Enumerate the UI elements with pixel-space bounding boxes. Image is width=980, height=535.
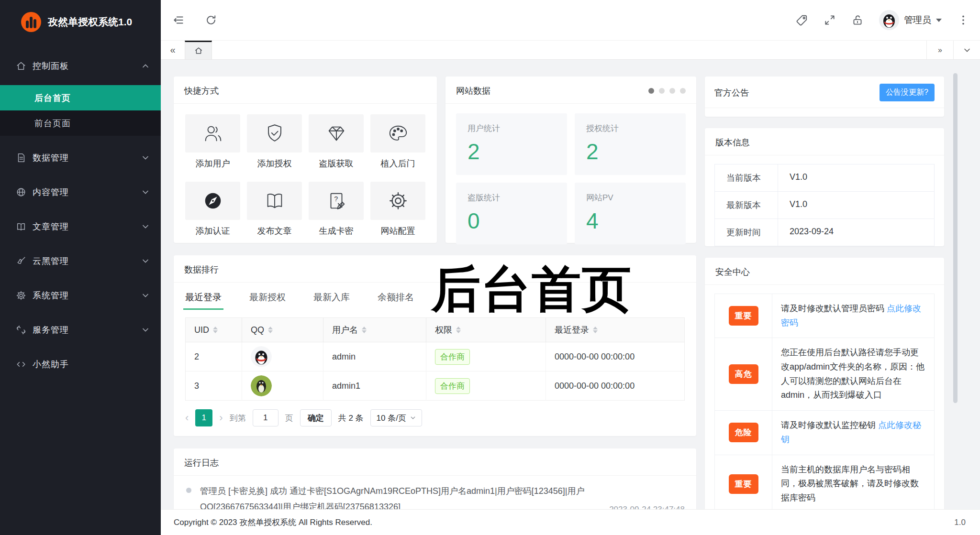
- column-header-qq[interactable]: QQ: [242, 318, 323, 342]
- role-badge: 合作商: [435, 349, 470, 365]
- shortcut-add-license[interactable]: 添加授权: [247, 114, 302, 169]
- announcement-title: 官方公告: [714, 87, 749, 98]
- prev-page-icon[interactable]: ‹: [185, 413, 189, 423]
- role-badge: 合作商: [435, 378, 470, 394]
- goto-suffix-label: 页: [285, 413, 293, 424]
- confirm-button[interactable]: 确定: [300, 409, 332, 426]
- chevron-up-icon: [142, 62, 149, 70]
- sidebar-item-label: 服务管理: [33, 324, 142, 336]
- brush-icon: [16, 256, 26, 266]
- sidebar-item-system-management[interactable]: 系统管理: [0, 283, 161, 308]
- user-menu[interactable]: 管理员: [879, 10, 942, 30]
- app-logo-icon: [21, 12, 41, 32]
- carousel-dot[interactable]: [648, 88, 654, 94]
- vertical-scrollbar[interactable]: [953, 73, 958, 403]
- refresh-icon[interactable]: [205, 14, 217, 26]
- username-label: 管理员: [904, 14, 931, 26]
- fullscreen-icon[interactable]: [824, 14, 836, 26]
- sidebar-subitem-backend-home[interactable]: 后台首页: [0, 85, 161, 110]
- shortcut-piracy-fetch[interactable]: 盗版获取: [309, 114, 364, 169]
- next-page-icon[interactable]: ›: [219, 413, 223, 423]
- copyright-text: Copyright © 2023 孜然单授权系统 All Rights Rese…: [174, 517, 372, 528]
- add-auth-icon: [202, 190, 224, 212]
- sidebar-item-control-panel[interactable]: 控制面板: [0, 54, 161, 78]
- tab-recent-login[interactable]: 最近登录: [185, 291, 222, 310]
- shortcut-add-auth[interactable]: 添加认证: [185, 182, 240, 237]
- collapse-sidebar-icon[interactable]: [172, 14, 185, 26]
- carousel-dot[interactable]: [680, 88, 686, 94]
- page-watermark-title: 后台首页: [431, 257, 632, 323]
- tab-balance-rank[interactable]: 余额排名: [378, 291, 414, 310]
- sidebar-item-label: 系统管理: [33, 290, 142, 301]
- tabs-scroll-left-icon[interactable]: «: [161, 41, 185, 59]
- shortcuts-title: 快捷方式: [184, 85, 219, 97]
- stat-pv: 网站PV 4: [575, 183, 686, 244]
- security-row: 高危 您正在使用后台默认路径请您手动更改app/admin文件夹的名称，原因：他…: [715, 338, 934, 411]
- page-size-select[interactable]: 10 条/页: [370, 409, 422, 426]
- carousel-dot[interactable]: [659, 88, 665, 94]
- column-header-uid[interactable]: UID: [186, 318, 242, 342]
- shortcut-backdoor[interactable]: 植入后门: [370, 114, 425, 169]
- tux-penguin-avatar: [251, 375, 272, 396]
- sidebar-item-service-management[interactable]: 服务管理: [0, 317, 161, 342]
- stat-value: 2: [468, 139, 556, 164]
- sidebar-subitem-frontend-page[interactable]: 前台页面: [0, 110, 161, 136]
- announcement-card: 官方公告 公告没更新?: [705, 76, 944, 117]
- carousel-dot[interactable]: [669, 88, 675, 94]
- tab-home[interactable]: [185, 41, 212, 59]
- sidebar-item-data-management[interactable]: 数据管理: [0, 145, 161, 170]
- chevron-down-icon: [142, 223, 149, 230]
- sidebar: 孜然单授权系统1.0 控制面板 后台首页 前台页面 数据管理: [0, 0, 161, 535]
- tabs-menu-icon[interactable]: [953, 41, 980, 59]
- tab-latest-license[interactable]: 最新授权: [249, 291, 286, 310]
- book-icon: [16, 221, 26, 232]
- version-table: 当前版本 V1.0 最新版本 V1.0 更新时间 2023-09-24: [714, 164, 935, 246]
- log-entry: 管理员 [卡密兑换] 成功 通过卡密[S1OGAgrNAm19RCEoPTHS]…: [174, 476, 696, 509]
- svg-text:?: ?: [334, 195, 338, 203]
- site-config-icon: [387, 190, 409, 212]
- stat-piracy: 盗版统计 0: [456, 183, 567, 244]
- announcement-refresh-button[interactable]: 公告没更新?: [880, 84, 935, 101]
- severity-badge: 重要: [729, 474, 758, 494]
- stat-users: 用户统计 2: [456, 113, 567, 175]
- version-info-card: 版本信息 当前版本 V1.0 最新版本 V1.0 更新时间: [705, 128, 944, 246]
- sidebar-item-blacklist-management[interactable]: 云黑管理: [0, 249, 161, 273]
- shortcut-publish-article[interactable]: 发布文章: [247, 182, 302, 237]
- shortcut-site-config[interactable]: 网站配置: [370, 182, 425, 237]
- shortcuts-card: 快捷方式 添加用户 添加授权: [174, 76, 437, 243]
- chevron-down-icon: [142, 188, 149, 196]
- sort-icon: [268, 327, 273, 333]
- severity-badge: 重要: [729, 306, 758, 326]
- tabs-scroll-right-icon[interactable]: »: [926, 41, 953, 59]
- unlink-icon: [16, 325, 26, 335]
- chevron-down-icon: [410, 415, 416, 421]
- log-text: 管理员 [卡密兑换] 成功 通过卡密[S1OGAgrNAm19RCEoPTHS]…: [200, 483, 609, 509]
- column-header-username[interactable]: 用户名: [323, 318, 426, 342]
- goto-page-input[interactable]: [253, 409, 278, 426]
- stat-value: 0: [468, 208, 556, 234]
- shortcut-generate-key[interactable]: ? 生成卡密: [309, 182, 364, 237]
- tag-icon[interactable]: [796, 14, 808, 26]
- footer-version: 1.0: [954, 518, 966, 527]
- tab-latest-entry[interactable]: 最新入库: [313, 291, 350, 310]
- page-content: 快捷方式 添加用户 添加授权: [161, 60, 980, 509]
- page-number-button[interactable]: 1: [195, 409, 212, 426]
- add-license-icon: [264, 122, 286, 144]
- file-icon: [16, 153, 26, 163]
- sidebar-item-content-management[interactable]: 内容管理: [0, 180, 161, 205]
- pagination: ‹ 1 › 到第 页 确定 共 2 条 10 条/页: [174, 401, 696, 427]
- app-logo: 孜然单授权系统1.0: [0, 0, 161, 44]
- sort-icon: [362, 327, 367, 333]
- sidebar-item-article-management[interactable]: 文章管理: [0, 214, 161, 239]
- more-menu-icon[interactable]: [957, 14, 969, 26]
- sidebar-item-assistant[interactable]: 小然助手: [0, 352, 161, 377]
- app-title: 孜然单授权系统1.0: [48, 15, 132, 29]
- lock-icon[interactable]: [851, 14, 864, 26]
- sort-icon: [456, 327, 461, 333]
- stat-value: 2: [586, 139, 674, 164]
- chevron-down-icon: [142, 257, 149, 265]
- timeline-dot-icon: [186, 488, 191, 493]
- sidebar-item-label: 小然助手: [33, 359, 149, 370]
- shortcut-add-user[interactable]: 添加用户: [185, 114, 240, 169]
- sidebar-item-label: 文章管理: [33, 221, 142, 232]
